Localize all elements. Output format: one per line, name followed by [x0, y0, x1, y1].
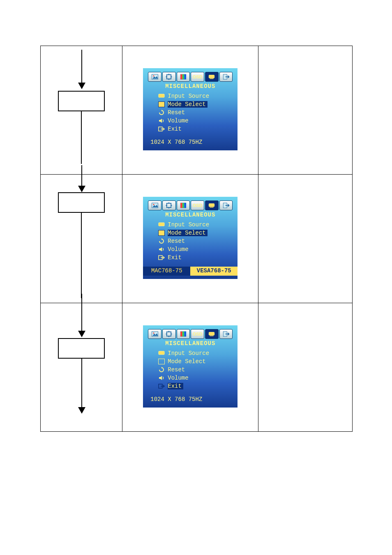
menu-item-mode-select[interactable]: Mode Select	[158, 229, 232, 237]
svg-rect-20	[159, 223, 164, 226]
tab-osd-label: OSD	[193, 203, 203, 208]
menu-item-volume[interactable]: Volume	[158, 245, 232, 253]
svg-rect-31	[159, 351, 164, 355]
tab-picture[interactable]	[148, 200, 161, 210]
sun-mountain-icon	[151, 330, 159, 338]
connector-small-icon	[158, 221, 165, 228]
tab-exit[interactable]	[219, 329, 233, 339]
menu-item-exit[interactable]: Exit	[158, 125, 232, 133]
tab-picture[interactable]	[148, 72, 161, 82]
connector-icon	[208, 330, 215, 338]
tab-color[interactable]	[177, 72, 190, 82]
tab-misc[interactable]	[205, 72, 219, 82]
document-page: OSD MISCELLANEOUS Input Source Mode Sele…	[0, 0, 392, 555]
svg-rect-13	[167, 203, 171, 208]
osd-cell-2: OSD MISCELLANEOUS Input Source Mode Sele…	[122, 175, 258, 303]
osd-status-mode-pair: MAC768-75 VESA768-75	[143, 267, 238, 276]
connector-small-icon	[158, 93, 165, 99]
tab-osd[interactable]: OSD	[191, 200, 204, 210]
osd-status-resolution: 1024 X 768 75HZ	[150, 139, 202, 145]
note-cell-2	[258, 175, 353, 303]
svg-rect-27	[182, 332, 184, 336]
mode-select-icon	[158, 101, 165, 108]
tab-misc[interactable]	[205, 200, 219, 210]
exit-arrow-icon	[222, 73, 230, 81]
menu-item-volume[interactable]: Volume	[158, 117, 232, 125]
menu-item-mode-select[interactable]: Mode Select	[158, 357, 232, 366]
menu-item-reset[interactable]: Reset	[158, 108, 232, 117]
tab-picture[interactable]	[148, 329, 161, 339]
svg-point-23	[153, 332, 154, 334]
menu-item-reset[interactable]: Reset	[158, 366, 232, 374]
menu-item-exit[interactable]: Exit	[158, 253, 232, 262]
osd-section-title: MISCELLANEOUS	[143, 212, 238, 218]
tab-osd[interactable]: OSD	[191, 72, 204, 82]
osd-panel: OSD MISCELLANEOUS Input Source Mode Sele…	[143, 325, 238, 408]
tab-color[interactable]	[177, 329, 190, 339]
exit-arrow-icon	[222, 202, 230, 209]
flow-cell-3	[41, 303, 122, 432]
tab-osd[interactable]: OSD	[191, 329, 204, 339]
tab-geometry[interactable]	[162, 329, 176, 339]
color-bars-icon	[180, 330, 187, 338]
osd-cell-1: OSD MISCELLANEOUS Input Source Mode Sele…	[122, 46, 258, 175]
geometry-icon	[165, 202, 173, 209]
osd-menu: Input Source Mode Select Reset Volume Ex…	[158, 92, 232, 133]
svg-rect-29	[209, 332, 215, 336]
note-cell-1	[258, 46, 353, 175]
connector-icon	[208, 73, 215, 81]
menu-label: Exit	[168, 126, 182, 132]
svg-rect-5	[182, 74, 184, 79]
tab-geometry[interactable]	[162, 200, 176, 210]
menu-label: Volume	[168, 375, 188, 381]
svg-rect-24	[167, 332, 171, 336]
menu-label: Reset	[168, 366, 185, 373]
menu-label: Exit	[168, 254, 182, 261]
menu-item-mode-select[interactable]: Mode Select	[158, 100, 232, 108]
osd-tab-bar: OSD	[147, 199, 233, 212]
svg-point-1	[153, 75, 154, 76]
mode-select-icon	[158, 358, 165, 365]
menu-item-input-source[interactable]: Input Source	[158, 221, 232, 229]
menu-item-input-source[interactable]: Input Source	[158, 349, 232, 357]
osd-tab-bar: OSD	[147, 328, 233, 340]
menu-label: Mode Select	[168, 358, 205, 365]
menu-label: Volume	[168, 117, 188, 124]
tab-misc[interactable]	[205, 329, 219, 339]
connector-icon	[208, 202, 215, 209]
osd-panel: OSD MISCELLANEOUS Input Source Mode Sele…	[143, 68, 238, 150]
osd-cell-3: OSD MISCELLANEOUS Input Source Mode Sele…	[122, 303, 258, 432]
mode-right: VESA768-75	[190, 267, 238, 276]
color-bars-icon	[180, 202, 187, 209]
osd-menu: Input Source Mode Select Reset Volume Ex…	[158, 349, 232, 390]
tab-exit[interactable]	[219, 200, 233, 210]
speaker-icon	[158, 246, 165, 253]
exit-small-icon	[158, 254, 165, 261]
menu-label: Input Source	[168, 93, 209, 99]
tab-osd-label: OSD	[193, 332, 203, 336]
svg-rect-15	[180, 203, 182, 208]
osd-tab-bar: OSD	[147, 71, 233, 83]
svg-rect-26	[180, 332, 182, 336]
menu-label: Mode Select	[168, 230, 207, 236]
connector-small-icon	[158, 350, 165, 357]
svg-rect-18	[209, 204, 215, 207]
tab-exit[interactable]	[219, 72, 233, 82]
tab-color[interactable]	[177, 200, 190, 210]
menu-item-exit[interactable]: Exit	[158, 382, 232, 390]
mode-left: MAC768-75	[143, 267, 190, 276]
reset-icon	[158, 109, 165, 116]
flow-step-box	[58, 338, 105, 359]
mode-select-icon	[158, 230, 165, 236]
layout-table: OSD MISCELLANEOUS Input Source Mode Sele…	[40, 46, 353, 432]
osd-section-title: MISCELLANEOUS	[143, 340, 238, 347]
tab-geometry[interactable]	[162, 72, 176, 82]
menu-label: Exit	[168, 383, 183, 389]
osd-status-resolution: 1024 X 768 75HZ	[150, 396, 202, 403]
flow-cell-1	[41, 46, 122, 175]
menu-item-volume[interactable]: Volume	[158, 374, 232, 382]
sun-mountain-icon	[151, 73, 159, 81]
menu-item-reset[interactable]: Reset	[158, 237, 232, 245]
menu-label: Input Source	[168, 221, 209, 228]
menu-item-input-source[interactable]: Input Source	[158, 92, 232, 100]
